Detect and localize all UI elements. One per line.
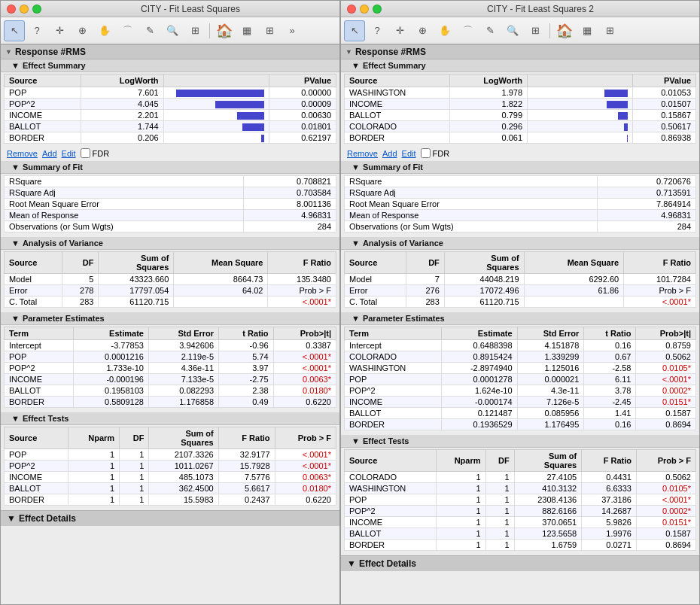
icon-tool[interactable]: 🏠 — [214, 20, 235, 41]
grid-tool-2[interactable]: ⊞ — [259, 20, 280, 41]
table-row: BORDER0.2060.62197 — [5, 132, 336, 144]
summary-fit-header-right[interactable]: ▼ Summary of Fit — [341, 161, 699, 174]
param-cell: 3.78 — [584, 385, 636, 397]
param-cell: BORDER — [345, 419, 442, 430]
crosshair-tool[interactable]: ✛ — [49, 20, 70, 41]
et-col-ss-right: Sum ofSquares — [514, 450, 582, 472]
anova-cell: Error — [345, 285, 406, 296]
param-cell: POP^2 — [5, 363, 74, 374]
fdr-label-left: FDR — [93, 149, 110, 158]
add-link-left[interactable]: Add — [42, 149, 57, 158]
fdr-checkbox-right[interactable] — [421, 148, 431, 158]
fdr-check-left[interactable]: FDR — [81, 148, 110, 158]
grid-tool-2-right[interactable]: ⊞ — [599, 20, 620, 41]
et-cell: 1 — [120, 449, 149, 461]
table-row: POP^211882.616614.26870.0002* — [345, 506, 696, 517]
effect-bar — [528, 121, 633, 132]
brush-tool[interactable]: ✎ — [139, 20, 160, 41]
param-cell: 0.16 — [584, 340, 636, 351]
response-label-right: Response #RMS — [355, 47, 426, 57]
summary-fit-table-left: RSquare0.708821RSquare Adj0.703584Root M… — [4, 175, 336, 233]
effect-bar — [163, 99, 269, 110]
table-row: POP^24.0450.00009 — [5, 99, 336, 110]
summary-fit-section-left: ▼ Summary of Fit RSquare0.708821RSquare … — [1, 161, 339, 237]
add-link-right[interactable]: Add — [382, 149, 397, 158]
window-controls-left[interactable] — [7, 5, 41, 14]
effect-details-bar-left[interactable]: ▼ Effect Details — [1, 510, 339, 526]
anova-header-right[interactable]: ▼ Analysis of Variance — [341, 237, 699, 250]
param-header-left[interactable]: ▼ Parameter Estimates — [1, 312, 339, 325]
table-row: Error27617072.49661.86Prob > F — [345, 285, 696, 296]
minimize-button-right[interactable] — [360, 5, 369, 14]
custom-tool-right[interactable]: ⊞ — [525, 20, 546, 41]
response-header-right[interactable]: ▼ Response #RMS — [341, 44, 699, 59]
window-title-left: CITY - Fit Least Squares — [47, 4, 333, 14]
response-header-left[interactable]: ▼ Response #RMS — [1, 44, 339, 59]
et-cell: 1 — [436, 472, 485, 483]
effect-tests-section-left: ▼ Effect Tests Source Nparm DF Sum ofSqu… — [1, 412, 339, 510]
et-cell: 1 — [485, 540, 514, 551]
help-tool-right[interactable]: ? — [367, 20, 388, 41]
effect-details-label-left: Effect Details — [19, 513, 76, 524]
et-cell: 0.5062 — [636, 472, 695, 483]
lasso-tool-right[interactable]: ⌒ — [457, 20, 478, 41]
fdr-checkbox-left[interactable] — [81, 148, 90, 158]
search-tool-right[interactable]: 🔍 — [502, 20, 523, 41]
param-cell: 0.1958103 — [74, 385, 149, 397]
et-cell: 362.4500 — [149, 483, 218, 494]
effect-details-bar-right[interactable]: ▼ Effect Details — [341, 555, 699, 571]
help-tool[interactable]: ? — [26, 20, 47, 41]
arrow-tool-right[interactable]: ↖ — [344, 20, 365, 41]
plus-tool[interactable]: ⊕ — [72, 20, 93, 41]
edit-link-left[interactable]: Edit — [62, 149, 76, 158]
remove-link-right[interactable]: Remove — [347, 149, 378, 158]
table-row: INCOME2.2010.00630 — [5, 110, 336, 121]
param-cell: 7.126e-5 — [517, 397, 584, 408]
anova-col-ss-left: Sum ofSquares — [99, 252, 174, 274]
table-row: BALLOT0.1214870.0859561.410.1587 — [345, 408, 696, 419]
crosshair-tool-right[interactable]: ✛ — [389, 20, 410, 41]
toolbar-separator-right — [549, 23, 550, 38]
remove-link-left[interactable]: Remove — [7, 149, 38, 158]
effect-logworth: 2.201 — [81, 110, 163, 121]
close-button-right[interactable] — [347, 5, 356, 14]
effect-summary-header-right[interactable]: ▼ Effect Summary — [341, 59, 699, 72]
custom-tool[interactable]: ⊞ — [184, 20, 205, 41]
table-row: INCOME1.8220.01507 — [345, 99, 696, 110]
fdr-check-right[interactable]: FDR — [421, 148, 450, 158]
icon-tool-right[interactable]: 🏠 — [554, 20, 575, 41]
brush-tool-right[interactable]: ✎ — [479, 20, 501, 41]
hand-tool[interactable]: ✋ — [94, 20, 115, 41]
maximize-button-left[interactable] — [32, 5, 41, 14]
effect-pvalue: 0.01053 — [633, 87, 696, 99]
table-row: COLORADO1127.41050.44310.5062 — [345, 472, 696, 483]
arrow-tool[interactable]: ↖ — [4, 20, 25, 41]
titlebar-left: CITY - Fit Least Squares — [1, 1, 339, 17]
grid-tool-1-right[interactable]: ▦ — [577, 20, 598, 41]
param-header-right[interactable]: ▼ Parameter Estimates — [341, 312, 699, 325]
more-tool[interactable]: » — [282, 20, 303, 41]
effect-summary-header-left[interactable]: ▼ Effect Summary — [1, 59, 339, 72]
maximize-button-right[interactable] — [373, 5, 382, 14]
param-col-p-right: Prob>|t| — [636, 327, 696, 340]
plus-tool-right[interactable]: ⊕ — [412, 20, 433, 41]
table-row: RSquare Adj0.713591 — [345, 187, 696, 199]
anova-header-left[interactable]: ▼ Analysis of Variance — [1, 237, 339, 250]
grid-tool-1[interactable]: ▦ — [236, 20, 257, 41]
effect-tests-header-left[interactable]: ▼ Effect Tests — [1, 412, 339, 425]
lasso-tool[interactable]: ⌒ — [117, 20, 138, 41]
minimize-button-left[interactable] — [20, 5, 29, 14]
param-cell: 7.133e-5 — [148, 374, 218, 385]
close-button-left[interactable] — [7, 5, 16, 14]
hand-tool-right[interactable]: ✋ — [434, 20, 455, 41]
window-right: CITY - Fit Least Squares 2 ↖ ? ✛ ⊕ ✋ ⌒ ✎… — [340, 0, 700, 605]
summary-fit-header-left[interactable]: ▼ Summary of Fit — [1, 161, 339, 174]
anova-col-f-right: F Ratio — [624, 252, 696, 274]
summary-fit-table-wrapper-right: RSquare0.720676RSquare Adj0.713591Root M… — [341, 174, 699, 236]
effect-tests-header-right[interactable]: ▼ Effect Tests — [341, 435, 699, 448]
effect-logworth: 4.045 — [81, 99, 163, 110]
edit-link-right[interactable]: Edit — [402, 149, 416, 158]
search-tool[interactable]: 🔍 — [162, 20, 183, 41]
table-row: POP112107.332632.9177<.0001* — [5, 449, 336, 461]
window-controls-right[interactable] — [347, 5, 382, 14]
